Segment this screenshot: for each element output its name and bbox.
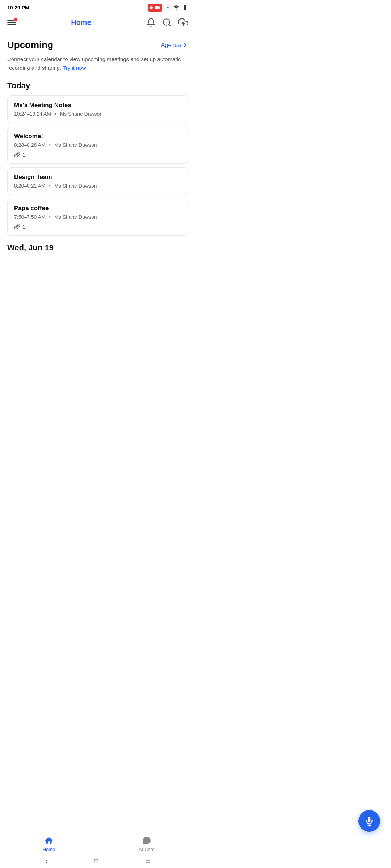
search-button[interactable] (162, 18, 172, 27)
upload-cloud-icon (178, 17, 188, 27)
agenda-link[interactable]: Agenda (161, 42, 188, 48)
svg-line-1 (169, 24, 171, 26)
clip-count: 1 (22, 224, 25, 230)
meeting-name: Design Team (14, 174, 181, 181)
meeting-meta: 8:20–8:21 AM • Ms Shane Dawson (14, 183, 181, 189)
meeting-card[interactable]: Design Team 8:20–8:21 AM • Ms Shane Daws… (7, 167, 188, 195)
header: Home (0, 14, 196, 32)
wed-section-title: Wed, Jun 19 (7, 243, 188, 252)
upcoming-description: Connect your calendar to view upcoming m… (7, 55, 188, 72)
meeting-meta: 8:28–8:28 AM • Ms Shane Dawson (14, 142, 181, 148)
bluetooth-icon (164, 4, 171, 11)
meeting-card[interactable]: Welcome! 8:28–8:28 AM • Ms Shane Dawson … (7, 127, 188, 164)
status-bar: 10:29 PM (0, 0, 196, 14)
meeting-card[interactable]: Papa coffee 7:50–7:50 AM • Ms Shane Daws… (7, 199, 188, 236)
svg-point-0 (163, 19, 169, 25)
upload-button[interactable] (178, 17, 188, 27)
battery-icon (182, 4, 188, 11)
menu-button[interactable] (7, 20, 16, 25)
clip-count: 1 (22, 152, 25, 158)
header-actions (146, 17, 188, 27)
status-time: 10:29 PM (7, 5, 29, 10)
search-icon (162, 18, 172, 27)
upcoming-title: Upcoming (7, 39, 53, 51)
chevron-right-icon (182, 42, 188, 48)
clip-icon (14, 152, 20, 158)
meeting-name: Welcome! (14, 133, 181, 140)
today-section: Today Ms's Meeting Notes 10:24–10:24 AM … (7, 81, 188, 236)
upcoming-header: Upcoming Agenda (7, 39, 188, 51)
clip-icon (14, 224, 20, 230)
meeting-name: Ms's Meeting Notes (14, 102, 181, 109)
meeting-clips: 1 (14, 152, 181, 158)
try-it-now-link[interactable]: Try it now (63, 65, 86, 71)
wifi-icon (173, 4, 180, 11)
meeting-clips: 1 (14, 224, 181, 230)
bell-icon (146, 18, 156, 27)
video-icon (154, 4, 160, 11)
recording-badge (148, 4, 162, 12)
meeting-meta: 10:24–10:24 AM • Ms Shane Dawson (14, 111, 181, 117)
notifications-button[interactable] (146, 18, 156, 27)
main-content: Upcoming Agenda Connect your calendar to… (0, 32, 196, 296)
meeting-name: Papa coffee (14, 205, 181, 212)
recording-dot (150, 6, 153, 9)
meeting-card[interactable]: Ms's Meeting Notes 10:24–10:24 AM • Ms S… (7, 95, 188, 123)
meeting-meta: 7:50–7:50 AM • Ms Shane Dawson (14, 214, 181, 220)
menu-notification-badge (14, 18, 17, 21)
header-title: Home (71, 18, 91, 27)
today-title: Today (7, 81, 188, 90)
upcoming-section: Upcoming Agenda Connect your calendar to… (7, 39, 188, 72)
status-icons (148, 4, 188, 12)
